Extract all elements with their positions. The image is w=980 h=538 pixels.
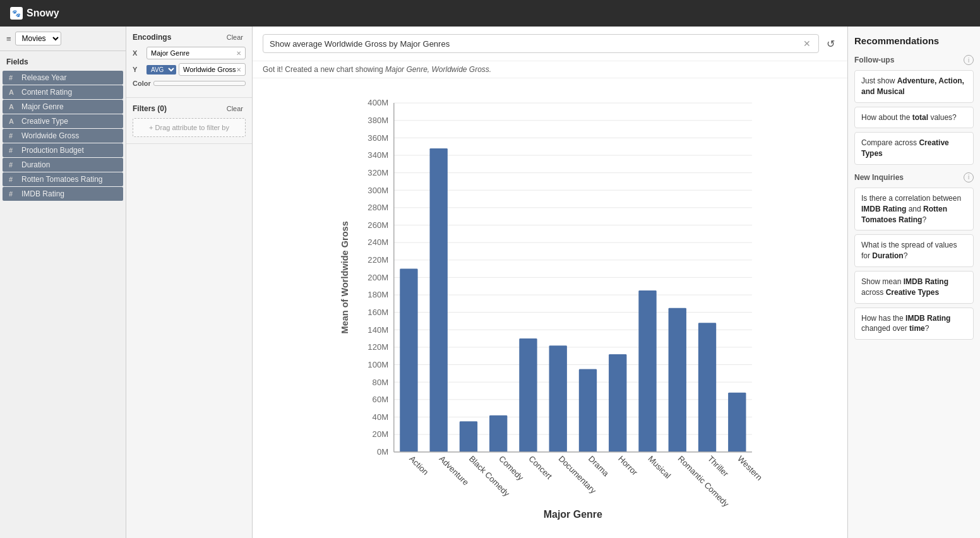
y-tick-label: 200M (368, 273, 388, 282)
bar-drama[interactable] (579, 369, 597, 451)
field-item-major-genre[interactable]: AMajor Genre (3, 100, 123, 114)
encoding-agg-select-y[interactable]: AVG (146, 65, 176, 75)
encoding-remove-y[interactable]: ✕ (236, 66, 241, 73)
y-tick-label: 100M (368, 360, 388, 369)
encoding-rows: X Major Genre ✕ YAVG Worldwide Gross ✕ C… (133, 47, 246, 87)
field-item-worldwide-gross[interactable]: #Worldwide Gross (3, 129, 123, 143)
y-tick-label: 300M (368, 186, 388, 195)
y-tick-label: 220M (368, 255, 388, 265)
y-tick-label: 400M (368, 98, 388, 107)
y-tick-label: 180M (368, 290, 388, 299)
field-label: IMDB Rating (21, 189, 64, 198)
encoding-row-x: X Major Genre ✕ (133, 47, 246, 59)
rec-card-text: Compare across (861, 138, 919, 147)
y-tick-label: 240M (368, 237, 388, 247)
dataset-icon: ≡ (6, 34, 11, 44)
query-refresh-button[interactable]: ↺ (824, 35, 837, 52)
right-panel: Recommendations Follow-ups i Just show A… (847, 27, 980, 538)
field-type-icon: A (9, 88, 18, 96)
drag-filter-area[interactable]: + Drag attribute to filter by (133, 118, 246, 137)
inquiries-info-icon[interactable]: i (964, 172, 974, 182)
fields-header: Fields (0, 51, 126, 70)
inquiry-cards: Is there a correlation between IMDB Rati… (854, 188, 974, 340)
fields-list: #Release YearAContent RatingAMajor Genre… (0, 71, 126, 201)
field-item-release-year[interactable]: #Release Year (3, 71, 123, 85)
followups-info-icon[interactable]: i (964, 55, 974, 65)
rec-card-text: Show mean (861, 277, 904, 286)
x-axis-label: Major Genre (544, 509, 602, 520)
bar-musical[interactable] (638, 290, 656, 452)
encoding-pill-y[interactable]: Worldwide Gross ✕ (179, 63, 246, 76)
inquiry-card-1[interactable]: What is the spread of values for Duratio… (854, 234, 974, 267)
dataset-select[interactable]: Movies (15, 32, 61, 45)
field-item-content-rating[interactable]: AContent Rating (3, 85, 123, 99)
y-tick-label: 320M (368, 168, 388, 177)
field-label: Rotten Tomatoes Rating (21, 175, 103, 184)
field-type-icon: # (9, 132, 18, 140)
top-nav: 🐾 Snowy (0, 0, 980, 27)
app-logo: 🐾 Snowy (10, 7, 59, 20)
field-type-icon: # (9, 146, 18, 154)
bar-action[interactable] (400, 269, 417, 452)
inquiry-card-0[interactable]: Is there a correlation between IMDB Rati… (854, 188, 974, 230)
x-tick-label: Comedy (497, 454, 525, 482)
field-item-rotten-tomatoes[interactable]: #Rotten Tomatoes Rating (3, 172, 123, 186)
inquiries-section-header: New Inquiries i (854, 172, 974, 182)
y-tick-label: 0M (377, 447, 388, 457)
y-tick-label: 340M (368, 150, 388, 160)
x-tick-label: Horror (616, 454, 640, 477)
rec-card-text: ? (922, 215, 926, 224)
app-container: 🐾 Snowy ≡ Movies Fields #Release YearACo… (0, 0, 980, 538)
rec-card-bold: Creative Types (886, 288, 940, 297)
y-tick-label: 20M (373, 429, 388, 439)
bar-thriller[interactable] (698, 323, 716, 451)
y-tick-label: 140M (368, 325, 388, 335)
field-item-duration[interactable]: #Duration (3, 158, 123, 172)
rec-card-text: How about the (861, 113, 912, 122)
y-tick-label: 80M (373, 378, 388, 387)
rec-card-text: Is there a correlation between (861, 194, 961, 203)
encoding-row-color: Color (133, 80, 246, 87)
bar-documentary[interactable] (549, 345, 567, 452)
dataset-selector: ≡ Movies (0, 27, 126, 51)
query-input[interactable] (270, 39, 802, 49)
followup-card-0[interactable]: Just show Adventure, Action, and Musical (854, 70, 974, 103)
encodings-clear-button[interactable]: Clear (224, 33, 246, 42)
logo-icon: 🐾 (10, 7, 23, 20)
encoding-pill-x[interactable]: Major Genre ✕ (146, 47, 246, 59)
query-clear-button[interactable]: ✕ (802, 39, 812, 49)
encoding-remove-x[interactable]: ✕ (236, 50, 241, 57)
bar-adventure[interactable] (430, 148, 448, 452)
filters-clear-button[interactable]: Clear (224, 104, 246, 113)
followup-card-1[interactable]: How about the total values? (854, 107, 974, 129)
bar-black-comedy[interactable] (460, 421, 477, 451)
field-label: Duration (21, 160, 50, 169)
field-item-creative-type[interactable]: ACreative Type (3, 114, 123, 128)
bar-concert[interactable] (519, 338, 537, 452)
encodings-title: Encodings (133, 33, 171, 42)
encoding-field-name: Major Genre (151, 49, 189, 57)
followups-label: Follow-ups (854, 56, 894, 64)
bar-romantic-comedy[interactable] (669, 308, 686, 452)
inquiry-card-2[interactable]: Show mean IMDB Rating across Creative Ty… (854, 271, 974, 304)
rec-card-bold: total (912, 113, 928, 122)
encoding-pill-color[interactable] (153, 81, 246, 86)
x-tick-label: Concert (527, 454, 554, 481)
encoding-row-y: YAVG Worldwide Gross ✕ (133, 63, 246, 76)
field-label: Content Rating (21, 88, 72, 97)
bar-comedy[interactable] (489, 415, 507, 452)
followup-card-2[interactable]: Compare across Creative Types (854, 132, 974, 165)
bar-western[interactable] (728, 393, 746, 452)
rec-card-text: across (861, 288, 886, 297)
inquiry-card-3[interactable]: How has the IMDB Rating changed over tim… (854, 308, 974, 340)
field-label: Release Year (21, 73, 66, 82)
rec-card-text: values? (928, 113, 957, 122)
field-item-production-budget[interactable]: #Production Budget (3, 143, 123, 157)
bar-horror[interactable] (609, 354, 626, 452)
app-name: Snowy (27, 8, 59, 19)
filters-section: Filters (0) Clear + Drag attribute to fi… (126, 98, 252, 144)
middle-panel: Encodings Clear X Major Genre ✕ YAVG Wor… (126, 27, 253, 538)
field-item-imdb-rating[interactable]: #IMDB Rating (3, 187, 123, 201)
left-sidebar: ≡ Movies Fields #Release YearAContent Ra… (0, 27, 126, 538)
rec-card-text: and (906, 205, 923, 213)
